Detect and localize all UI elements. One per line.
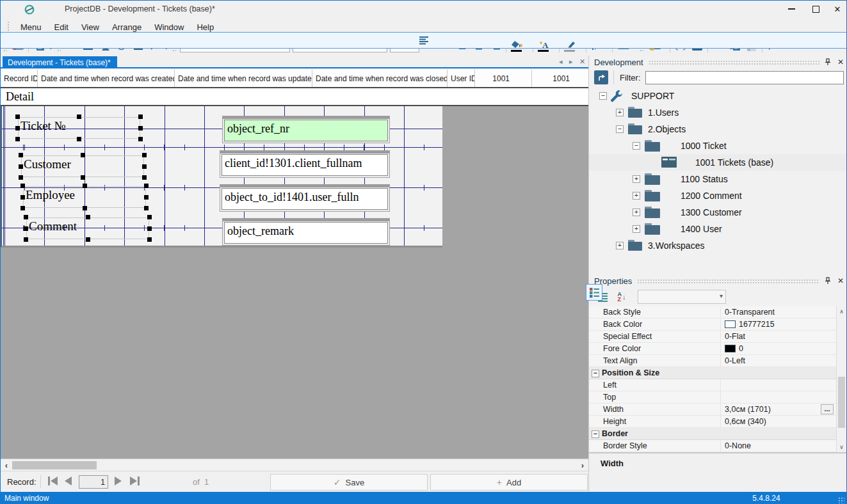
- save-tool-button[interactable]: [689, 37, 706, 54]
- toolbar-grip[interactable]: [172, 39, 176, 52]
- cut-button[interactable]: ✂: [710, 37, 727, 54]
- radio-tool-button[interactable]: ◉: [113, 37, 130, 54]
- properties-scrollbar[interactable]: ∧ ∨: [836, 306, 846, 452]
- scroll-up-arrow[interactable]: ∧: [837, 306, 846, 317]
- menu-item-menu[interactable]: Menu: [14, 20, 48, 34]
- menu-item-edit[interactable]: Edit: [48, 20, 75, 34]
- tree-item-1000-ticket[interactable]: − 1000 Ticket: [589, 138, 847, 154]
- tab-development-tickets[interactable]: Development - Tickets (base)*: [3, 56, 117, 68]
- scrollbar-thumb[interactable]: [838, 377, 845, 428]
- align-right-button[interactable]: [487, 37, 504, 54]
- toolbar-grip[interactable]: [57, 39, 61, 52]
- pin-icon[interactable]: [825, 58, 831, 66]
- form-schedule-button[interactable]: [646, 37, 664, 54]
- sort-alphabetical-button[interactable]: AZ ↓: [613, 288, 630, 305]
- column-updated[interactable]: Date and time when record was updated: [175, 70, 312, 87]
- property-row-border-style[interactable]: Border Style 0-None: [589, 440, 836, 452]
- font-name-combobox[interactable]: Times New Roman ▾: [293, 38, 387, 52]
- column-created[interactable]: Date and time when record was created: [38, 70, 175, 87]
- fill-color-button[interactable]: [508, 37, 526, 54]
- style-combobox[interactable]: ▾: [180, 38, 290, 52]
- toolbar-grip[interactable]: [3, 39, 7, 52]
- label-tool-button[interactable]: Aa: [63, 37, 80, 54]
- checkbox-tool-button[interactable]: ✓: [130, 37, 147, 54]
- save-button[interactable]: ✓ Save: [270, 474, 428, 491]
- first-record-button[interactable]: [48, 476, 58, 485]
- menu-item-window[interactable]: Window: [148, 20, 190, 34]
- chevron-down-icon[interactable]: ▾: [526, 42, 529, 49]
- horizontal-scrollbar[interactable]: ‹ ›: [1, 459, 588, 471]
- chevron-down-icon[interactable]: ▾: [633, 42, 636, 49]
- property-category-border[interactable]: − Border: [589, 428, 836, 440]
- menu-item-help[interactable]: Help: [190, 20, 220, 34]
- next-record-button[interactable]: [115, 476, 122, 485]
- label-comment[interactable]: Comment: [26, 217, 149, 239]
- field-object-remark[interactable]: object_remark: [222, 218, 390, 246]
- menu-item-arrange[interactable]: Arrange: [106, 20, 148, 34]
- resize-grip[interactable]: [838, 497, 844, 503]
- close-pane-icon[interactable]: ✕: [837, 58, 844, 67]
- tree-item-users[interactable]: + 1.Users: [589, 104, 847, 121]
- property-row-back-style[interactable]: Back Style #ffffff 0-Transparent: [589, 306, 836, 319]
- tree-item-objects[interactable]: − 2.Objects: [589, 121, 847, 138]
- maximize-button[interactable]: [805, 1, 827, 17]
- collapse-icon[interactable]: −: [592, 370, 599, 377]
- property-row-width[interactable]: Width 3,0см (1701) ...: [589, 404, 836, 416]
- font-color-button[interactable]: A: [535, 37, 553, 54]
- list-view-button[interactable]: [594, 288, 611, 305]
- column-value-1001b[interactable]: 1001: [532, 70, 588, 87]
- chevron-down-icon[interactable]: ▾: [579, 42, 583, 49]
- record-number-input[interactable]: 1: [79, 475, 108, 489]
- column-closed[interactable]: Date and time when record was closed: [312, 70, 448, 87]
- expand-icon[interactable]: +: [633, 225, 640, 233]
- screen-tool-button[interactable]: [97, 37, 113, 54]
- scroll-left-arrow[interactable]: ‹: [1, 459, 12, 471]
- previous-record-button[interactable]: [65, 476, 72, 485]
- tab-scroll-left-icon[interactable]: ◂: [559, 58, 563, 66]
- textbox-tool-button[interactable]: abl: [80, 37, 97, 54]
- shape-button[interactable]: [615, 37, 633, 54]
- property-row-top[interactable]: Top: [589, 391, 836, 404]
- property-row-left[interactable]: Left: [589, 379, 836, 391]
- tree-item-1300-customer[interactable]: + 1300 Customer: [589, 204, 847, 221]
- ellipsis-button[interactable]: ...: [821, 404, 834, 414]
- collapse-icon[interactable]: −: [592, 430, 599, 438]
- italic-button[interactable]: I: [437, 37, 454, 54]
- scrollbar-thumb[interactable]: [12, 461, 97, 469]
- column-user-id[interactable]: User ID: [448, 70, 475, 87]
- detail-section-header[interactable]: Detail: [1, 87, 588, 105]
- align-center-button[interactable]: [471, 37, 487, 54]
- chevron-down-icon[interactable]: ▾: [664, 42, 667, 49]
- expand-icon[interactable]: +: [633, 175, 640, 183]
- outline-button[interactable]: [672, 37, 689, 54]
- tree-item-1200-comment[interactable]: + 1200 Comment: [589, 187, 847, 204]
- close-pane-icon[interactable]: ✕: [837, 276, 844, 285]
- toolbar-overflow-chevron[interactable]: ∨ ∨: [49, 41, 53, 50]
- property-row-special-effect[interactable]: Special Effect 0-Flat: [589, 331, 836, 343]
- property-row-text-align[interactable]: Text Align 0-Left: [589, 355, 836, 367]
- scroll-right-arrow[interactable]: ›: [577, 459, 588, 471]
- column-record-id[interactable]: Record ID: [1, 70, 38, 87]
- copy-button[interactable]: [727, 37, 743, 54]
- minimize-button[interactable]: [780, 1, 802, 17]
- bold-button[interactable]: B: [421, 37, 437, 54]
- form-grid-area[interactable]: Ticket № Customer Employee Comment objec…: [1, 106, 442, 248]
- property-row-height[interactable]: Height 0,6см (340): [589, 416, 836, 428]
- close-button[interactable]: ✕: [827, 1, 847, 17]
- field-object-to-id[interactable]: object_to_id!1401.user_fulln: [220, 184, 390, 212]
- chevron-down-icon[interactable]: ▾: [606, 42, 609, 49]
- tree-item-1100-status[interactable]: + 1100 Status: [589, 171, 847, 187]
- label-ticket-no[interactable]: Ticket №: [18, 117, 140, 139]
- collapse-icon[interactable]: −: [633, 142, 640, 150]
- pin-icon[interactable]: [825, 277, 831, 285]
- label-employee[interactable]: Employee: [23, 186, 146, 208]
- field-client-id[interactable]: client_id!1301.client_fullnam: [220, 150, 390, 178]
- toolbar-grip[interactable]: [640, 39, 643, 52]
- filter-input[interactable]: [645, 71, 844, 84]
- locate-object-button[interactable]: [594, 70, 608, 84]
- property-category-position-size[interactable]: − Position & Size: [589, 367, 836, 379]
- underline-button[interactable]: U: [454, 37, 471, 54]
- pages-tool-button[interactable]: [31, 37, 47, 54]
- chevron-down-icon[interactable]: ▾: [553, 42, 556, 49]
- property-row-back-color[interactable]: Back Color 16777215: [589, 319, 836, 331]
